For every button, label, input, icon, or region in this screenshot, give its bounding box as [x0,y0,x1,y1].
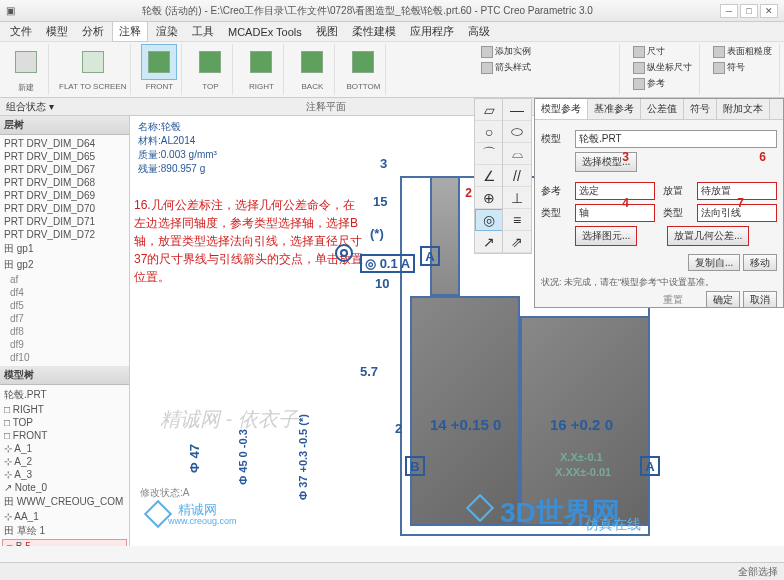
close-button[interactable]: ✕ [760,4,778,18]
ribbon-ordinate[interactable]: 纵坐标尺寸 [630,60,695,75]
menu-tools[interactable]: 工具 [186,22,220,41]
tree-item[interactable]: ⊹ A_1 [2,442,127,455]
menu-apps[interactable]: 应用程序 [404,22,460,41]
menu-view[interactable]: 视图 [310,22,344,41]
total-runout-icon[interactable]: ⇗ [503,231,531,253]
right-button[interactable] [243,44,279,80]
tree-item[interactable]: PRT DRV_DIM_D68 [2,176,127,189]
tree-item[interactable]: ↗ Note_0 [2,481,127,494]
tab-text[interactable]: 附加文本 [717,99,770,119]
new-label: 新建 [18,82,34,93]
menu-flex[interactable]: 柔性建模 [346,22,402,41]
profile-surf-icon[interactable]: ⌓ [503,143,531,165]
tree-item[interactable]: 轮毂.PRT [2,387,127,403]
back-button[interactable] [294,44,330,80]
cancel-button[interactable]: 取消 [743,291,777,308]
combo-state[interactable]: 组合状态 ▾ [6,100,54,114]
status-text: 状况: 未完成，请在"模型参考"中设置基准。 [541,276,777,289]
gtol-symbol-column: ▱ ○ ⌒ ∠ ⊕ ◎ ↗ [474,98,504,254]
minimize-button[interactable]: ─ [720,4,738,18]
tree-item[interactable]: 田 WWW_CREOUG_COM [2,494,127,510]
position-icon[interactable]: ⊕ [475,187,503,209]
tree-item[interactable]: □ TOP [2,416,127,429]
runout-icon[interactable]: ↗ [475,231,503,253]
select-ref-button[interactable]: 选择图元... [575,226,637,246]
title-bar: ▣ 轮毂 (活动的) - E:\Creo工作目录\工作文件\0728\看图造型_… [0,0,784,22]
menu-render[interactable]: 渲染 [150,22,184,41]
perpendicular-icon[interactable]: ⊥ [503,187,531,209]
ref-type-field[interactable]: 轴 [575,204,655,222]
dim-47: Φ 47 [187,444,202,473]
copy-button[interactable]: 复制自... [688,254,740,271]
tree-item[interactable]: ⊹ A_3 [2,468,127,481]
flatness-icon[interactable]: ▱ [475,99,503,121]
menu-analysis[interactable]: 分析 [76,22,110,41]
angularity-icon[interactable]: ∠ [475,165,503,187]
datum-b-item[interactable]: ▱ B 5 [2,539,127,546]
circularity-icon[interactable]: ○ [475,121,503,143]
callout-4: 4 [622,196,629,210]
ribbon: 新建 FLAT TO SCREEN FRONT TOP RIGHT BACK B… [0,42,784,98]
tree-item[interactable]: PRT DRV_DIM_D64 [2,137,127,150]
menu-annotate[interactable]: 注释 [112,21,148,42]
tree-item[interactable]: □ FRONT [2,429,127,442]
tree-item[interactable]: PRT DRV_DIM_D65 [2,150,127,163]
tree-item[interactable]: ⊹ A_2 [2,455,127,468]
tree-item[interactable]: PRT DRV_DIM_D69 [2,189,127,202]
ribbon-arrow-style[interactable]: 箭头样式 [478,60,534,75]
tree-item[interactable]: 田 gp1 [2,241,127,257]
tab-symbol[interactable]: 符号 [684,99,717,119]
ribbon-reference[interactable]: 参考 [630,76,695,91]
place-geo-button[interactable]: 放置几何公差... [667,226,749,246]
tree-item[interactable]: □ RIGHT [2,403,127,416]
flat-screen-button[interactable] [75,44,111,80]
top-button[interactable] [192,44,228,80]
menu-advanced[interactable]: 高级 [462,22,496,41]
ribbon-add-instance[interactable]: 添加实例 [478,44,534,59]
top-label: TOP [202,82,218,91]
profile-line-icon[interactable]: ⌒ [475,143,503,165]
layer-tree[interactable]: PRT DRV_DIM_D64 PRT DRV_DIM_D65 PRT DRV_… [0,135,129,366]
new-button[interactable] [8,44,44,80]
ok-button[interactable]: 确定 [706,291,740,308]
tree-item[interactable]: ⊹ AA_1 [2,510,127,523]
front-button[interactable] [141,44,177,80]
dialog-tabs: 模型参考 基准参考 公差值 符号 附加文本 [535,99,783,120]
straightness-icon[interactable]: — [503,99,531,121]
bottom-button[interactable] [345,44,381,80]
ref-field[interactable]: 选定 [575,182,655,200]
cylindricity-icon[interactable]: ⬭ [503,121,531,143]
app-icon: ▣ [6,5,15,16]
maximize-button[interactable]: □ [740,4,758,18]
dim-3: 3 [380,156,387,171]
callout-6: 6 [759,150,766,164]
tree-item[interactable]: 田 草绘 1 [2,523,127,539]
tree-item[interactable]: 田 gp2 [2,257,127,273]
move-button[interactable]: 移动 [743,254,777,271]
symmetry-icon[interactable]: ≡ [503,209,531,231]
concentricity-icon[interactable]: ◎ [475,209,503,231]
reset-link[interactable]: 重置 [663,294,683,305]
tree-item[interactable]: PRT DRV_DIM_D71 [2,215,127,228]
tab-tol-value[interactable]: 公差值 [641,99,684,119]
tab-datum-ref[interactable]: 基准参考 [588,99,641,119]
selection-filter[interactable]: 全部选择 [738,565,778,579]
parallel-icon[interactable]: // [503,165,531,187]
model-field[interactable]: 轮毂.PRT [575,130,777,148]
ribbon-roughness[interactable]: 表面粗糙度 [710,44,775,59]
dim-2: 2 [395,421,402,436]
dim-16: 16 +0.2 0 [550,416,613,433]
menu-mcadex[interactable]: MCADEx Tools [222,24,308,40]
menu-model[interactable]: 模型 [40,22,74,41]
dim-5-7: 5.7 [360,364,378,379]
ribbon-symbol[interactable]: 符号 [710,60,775,75]
tree-item[interactable]: PRT DRV_DIM_D72 [2,228,127,241]
tab-model-ref[interactable]: 模型参考 [535,99,588,119]
datum-a: A [420,246,440,266]
tree-item[interactable]: PRT DRV_DIM_D70 [2,202,127,215]
menu-file[interactable]: 文件 [4,22,38,41]
tree-item[interactable]: PRT DRV_DIM_D67 [2,163,127,176]
model-tree[interactable]: 轮毂.PRT □ RIGHT □ TOP □ FRONT ⊹ A_1 ⊹ A_2… [0,385,129,546]
dim-star: (*) [370,226,384,241]
ribbon-dimension[interactable]: 尺寸 [630,44,695,59]
